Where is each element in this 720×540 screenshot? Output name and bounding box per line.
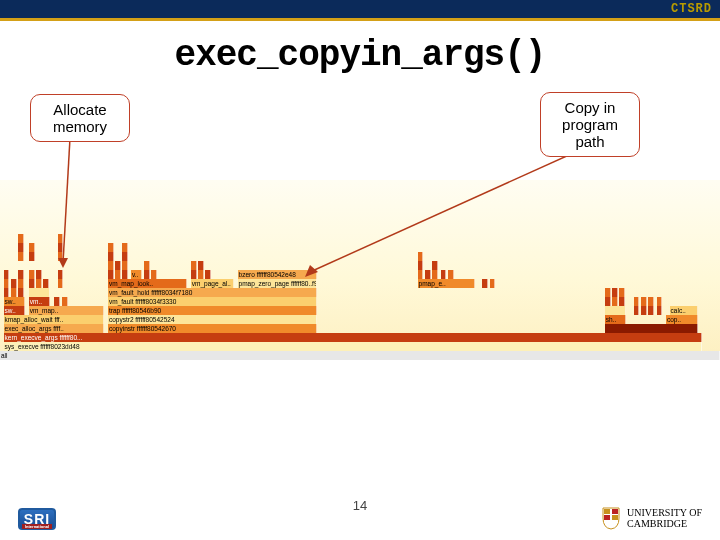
- flamegraph-frame[interactable]: kern_execve_args ffffff80...: [4, 333, 702, 342]
- flamegraph-row: sw..vm_map..trap ffffff80546b90calc..: [0, 306, 720, 315]
- flamegraph-frame[interactable]: [11, 279, 17, 288]
- svg-rect-6: [604, 515, 610, 520]
- callout-pointer-right: [300, 150, 590, 280]
- project-label: CTSRD: [671, 2, 712, 16]
- flamegraph-row: sw..vm..vm_fault ffffff8034f3330: [0, 297, 720, 306]
- flamegraph-frame[interactable]: [18, 234, 24, 243]
- flamegraph-frame[interactable]: all: [0, 351, 720, 360]
- flamegraph-frame[interactable]: [605, 297, 611, 306]
- flamegraph-frame[interactable]: [657, 297, 663, 306]
- flamegraph-frame[interactable]: vm_map_look..: [108, 279, 187, 288]
- flamegraph-row: all: [0, 351, 720, 360]
- flamegraph-frame[interactable]: [115, 270, 121, 279]
- flamegraph-frame[interactable]: trap ffffff80546b90: [108, 306, 317, 315]
- flamegraph-frame[interactable]: [648, 297, 654, 306]
- flamegraph-frame[interactable]: copyinstr ffffff80542670: [108, 324, 317, 333]
- svg-line-0: [63, 138, 70, 263]
- flamegraph-frame[interactable]: vm_fault_hold ffffff8034f7180: [108, 288, 317, 297]
- flamegraph-row: kern_execve_args ffffff80...: [0, 333, 720, 342]
- flamegraph-frame[interactable]: vm_fault ffffff8034f3330: [108, 297, 317, 306]
- flamegraph-frame[interactable]: [641, 297, 647, 306]
- flamegraph-frame[interactable]: [634, 297, 640, 306]
- flamegraph-frame[interactable]: [58, 270, 64, 279]
- flamegraph-frame[interactable]: [612, 288, 618, 297]
- flamegraph-frame[interactable]: [115, 261, 121, 270]
- flamegraph-frame[interactable]: [151, 270, 157, 279]
- flamegraph-frame[interactable]: sw..: [4, 306, 26, 315]
- flamegraph-frame[interactable]: [122, 261, 128, 270]
- flamegraph-row: kmap_alloc_wait fff..copystr2 ffffff8054…: [0, 315, 720, 324]
- flamegraph-frame[interactable]: [18, 252, 24, 261]
- flamegraph-frame[interactable]: [29, 270, 35, 279]
- flamegraph-frame[interactable]: [144, 261, 150, 270]
- flamegraph-frame[interactable]: [482, 279, 488, 288]
- flamegraph-frame[interactable]: [634, 306, 640, 315]
- flamegraph-frame[interactable]: [122, 243, 128, 252]
- footer: 14 SRI International UNIVERSITY OF CAMBR…: [0, 492, 720, 532]
- flamegraph-frame[interactable]: vm_map..: [29, 306, 105, 315]
- flamegraph-frame[interactable]: [122, 252, 128, 261]
- flamegraph-frame[interactable]: [18, 270, 24, 279]
- flamegraph-frame[interactable]: [619, 288, 625, 297]
- flamegraph-frame[interactable]: [605, 288, 611, 297]
- flamegraph-frame[interactable]: kmap_alloc_wait fff..: [4, 315, 105, 324]
- flamegraph-frame[interactable]: copystr2 ffffff80542524: [108, 315, 317, 324]
- flamegraph-frame[interactable]: v..: [131, 270, 142, 279]
- flamegraph-frame[interactable]: [490, 279, 496, 288]
- flamegraph-frame[interactable]: [612, 297, 618, 306]
- flamegraph-frame[interactable]: [4, 270, 10, 279]
- flamegraph-frame[interactable]: exec_alloc_args ffff..: [4, 324, 105, 333]
- header-accent-line: [0, 18, 720, 21]
- flamegraph-frame[interactable]: [58, 279, 64, 288]
- flamegraph-frame[interactable]: cop..: [666, 315, 698, 324]
- callout-pointer-left: [55, 138, 85, 268]
- flamegraph-frame[interactable]: [605, 324, 699, 333]
- flamegraph-frame[interactable]: pmap_zero_page ffffff80..f920: [238, 279, 317, 288]
- flamegraph-frame[interactable]: [108, 252, 114, 261]
- flamegraph-frame[interactable]: [191, 261, 197, 270]
- flamegraph-frame[interactable]: pmap_e..: [418, 279, 476, 288]
- flamegraph-frame[interactable]: [657, 306, 663, 315]
- flamegraph-frame[interactable]: [36, 270, 42, 279]
- flamegraph-frame[interactable]: [18, 279, 24, 288]
- svg-rect-5: [612, 509, 618, 514]
- callout-allocate-memory: Allocate memory: [30, 94, 130, 142]
- flamegraph-frame[interactable]: [144, 270, 150, 279]
- flamegraph-frame[interactable]: [11, 288, 17, 297]
- flamegraph-frame[interactable]: [191, 270, 197, 279]
- flamegraph-frame[interactable]: [18, 243, 24, 252]
- flamegraph-frame[interactable]: [4, 288, 10, 297]
- flamegraph-frame[interactable]: [29, 252, 35, 261]
- cambridge-logo: UNIVERSITY OF CAMBRIDGE: [601, 506, 702, 530]
- flamegraph-frame[interactable]: sys_execve ffffff8023dd48: [4, 342, 702, 351]
- flamegraph-frame[interactable]: vm_page_al..: [191, 279, 234, 288]
- flamegraph-frame[interactable]: [54, 297, 60, 306]
- flamegraph-frame[interactable]: [198, 261, 204, 270]
- flamegraph-frame[interactable]: [198, 270, 204, 279]
- flamegraph-frame[interactable]: [619, 297, 625, 306]
- flamegraph-frame[interactable]: [29, 243, 35, 252]
- flamegraph-frame[interactable]: [108, 261, 114, 270]
- svg-line-2: [310, 150, 580, 272]
- flamegraph-frame[interactable]: sh..: [605, 315, 627, 324]
- flamegraph-frame[interactable]: [29, 288, 51, 297]
- flamegraph-frame[interactable]: [122, 270, 128, 279]
- flamegraph-frame[interactable]: [648, 306, 654, 315]
- flamegraph-frame[interactable]: vm..: [29, 297, 51, 306]
- flamegraph-frame[interactable]: [18, 288, 24, 297]
- flamegraph-frame[interactable]: [641, 306, 647, 315]
- flamegraph-frame[interactable]: [605, 306, 627, 315]
- flamegraph-frame[interactable]: sw..: [4, 297, 26, 306]
- flamegraph-frame[interactable]: [36, 279, 42, 288]
- flamegraph-row: vm_fault_hold ffffff8034f7180: [0, 288, 720, 297]
- flamegraph-frame[interactable]: [62, 297, 68, 306]
- flamegraph-frame[interactable]: [4, 279, 10, 288]
- svg-marker-1: [58, 258, 68, 268]
- flamegraph-frame[interactable]: [108, 270, 114, 279]
- flamegraph-frame[interactable]: [205, 270, 211, 279]
- cambridge-text-line1: UNIVERSITY OF: [627, 507, 702, 518]
- flamegraph-frame[interactable]: [108, 243, 114, 252]
- flamegraph-frame[interactable]: [43, 279, 49, 288]
- flamegraph-frame[interactable]: [29, 279, 35, 288]
- flamegraph-frame[interactable]: calc..: [670, 306, 699, 315]
